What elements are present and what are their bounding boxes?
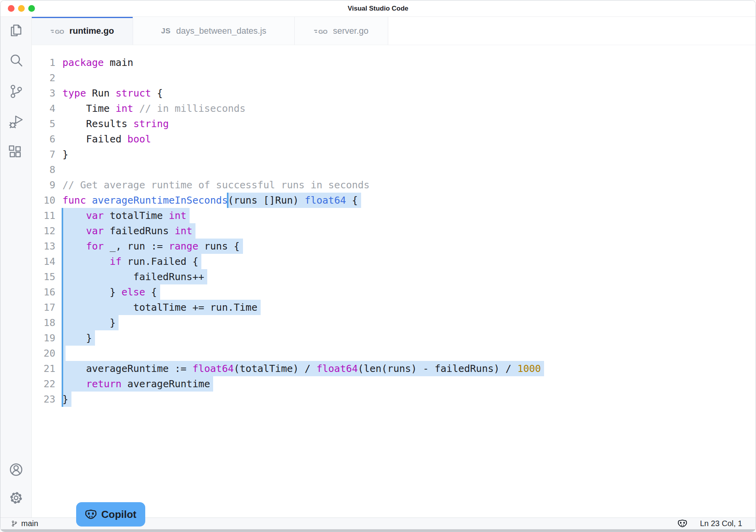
line-number: 6 [32,133,55,145]
code-line[interactable]: 1package main [32,55,756,70]
line-number: 14 [32,256,55,267]
code-text: type Run struct { [62,87,163,99]
line-number: 19 [32,332,55,344]
code-line[interactable]: 11 var totalTime int [32,208,756,223]
cursor-position[interactable]: Ln 23 Col, 1 [700,519,742,528]
code-line[interactable]: 15 failedRuns++ [32,269,756,284]
code-line[interactable]: 17 totalTime += run.Time [32,300,756,315]
run-debug-icon[interactable] [7,113,25,131]
tab-label: server.go [333,26,369,36]
code-line[interactable]: 12 var failedRuns int [32,223,756,239]
activity-bar [0,17,32,518]
code-text: failedRuns++ [62,271,204,282]
code-text: } else { [62,286,157,298]
code-text: } [62,149,68,160]
line-number: 16 [32,286,55,298]
line-number: 20 [32,348,55,359]
code-line[interactable]: 23} [32,392,756,407]
code-line[interactable]: 7} [32,147,756,162]
code-line[interactable]: 5 Results string [32,116,756,131]
tab-server-go[interactable]: server.go [295,17,388,45]
code-line[interactable]: 6 Failed bool [32,131,756,147]
branch-icon [11,520,18,527]
code-line[interactable]: 22 return averageRuntime [32,376,756,392]
code-text: // Get average runtime of successful run… [62,179,370,191]
selection-edge-bar [62,346,63,361]
line-number: 17 [32,302,55,313]
window-bottom-edge [0,529,756,532]
line-number: 23 [32,394,55,405]
code-line[interactable]: 16 } else { [32,284,756,300]
code-line[interactable]: 14 if run.Failed { [32,254,756,269]
go-file-icon [314,27,327,35]
line-number: 10 [32,195,55,206]
code-line[interactable]: 2 [32,70,756,86]
tab-days-between-dates-js[interactable]: JS days_between_dates.js [133,17,295,45]
branch-name: main [21,519,38,528]
tab-label: days_between_dates.js [176,26,267,36]
code-text: averageRuntime := float64(totalTime) / f… [62,363,541,374]
code-line[interactable]: 9// Get average runtime of successful ru… [32,177,756,193]
code-text: var totalTime int [62,210,186,221]
copilot-status-icon[interactable] [677,519,687,528]
code-line[interactable]: 13 for _, run := range runs { [32,239,756,254]
copilot-badge[interactable]: Copilot [76,502,145,527]
code-line[interactable]: 19 } [32,330,756,346]
line-number: 2 [32,72,55,84]
line-number: 18 [32,317,55,328]
tab-runtime-go[interactable]: runtime.go [32,17,133,45]
js-file-icon: JS [161,27,170,35]
line-number: 13 [32,240,55,252]
code-text: Results string [62,118,169,129]
code-line[interactable]: 20 [32,346,756,361]
line-number: 21 [32,363,55,374]
code-text: func averageRuntimeInSeconds(runs []Run)… [62,195,358,206]
line-number: 22 [32,378,55,390]
tab-label: runtime.go [69,26,114,36]
line-number: 15 [32,271,55,282]
line-number: 3 [32,87,55,99]
copilot-label: Copilot [101,508,137,521]
branch-indicator[interactable]: main [0,519,38,528]
window-title: Visual Studio Code [0,5,756,13]
line-number: 8 [32,164,55,175]
code-text: return averageRuntime [62,378,210,390]
code-text: } [62,332,92,344]
code-text: totalTime += run.Time [62,302,257,313]
code-line[interactable]: 18 } [32,315,756,330]
code-line[interactable]: 8 [32,162,756,177]
line-number: 12 [32,225,55,237]
explorer-icon[interactable] [7,22,25,39]
code-line[interactable]: 3type Run struct { [32,86,756,101]
extensions-icon[interactable] [7,144,25,161]
code-line[interactable]: 21 averageRuntime := float64(totalTime) … [32,361,756,376]
line-number: 1 [32,57,55,68]
code-text: } [62,317,115,328]
copilot-icon [85,508,97,521]
search-icon[interactable] [7,52,25,69]
vscode-window: Visual Studio Code [0,0,756,532]
settings-gear-icon[interactable] [7,489,25,506]
code-text: var failedRuns int [62,225,192,237]
code-text: } [62,394,68,405]
code-text: for _, run := range runs { [62,240,240,252]
line-number: 7 [32,149,55,160]
code-line[interactable]: 10func averageRuntimeInSeconds(runs []Ru… [32,193,756,208]
title-bar: Visual Studio Code [0,0,756,17]
code-editor[interactable]: 1package main23type Run struct {4 Time i… [32,45,756,518]
line-number: 11 [32,210,55,221]
line-number: 9 [32,179,55,191]
code-text: package main [62,57,133,68]
account-icon[interactable] [7,461,25,478]
code-text: Time int // in milliseconds [62,103,246,114]
line-number: 4 [32,103,55,114]
source-control-icon[interactable] [7,83,25,100]
tab-bar: runtime.go JS days_between_dates.js serv… [32,17,756,45]
code-text: Failed bool [62,133,151,145]
code-line[interactable]: 4 Time int // in milliseconds [32,101,756,116]
code-text: if run.Failed { [62,256,198,267]
line-number: 5 [32,118,55,129]
go-file-icon [51,27,64,35]
